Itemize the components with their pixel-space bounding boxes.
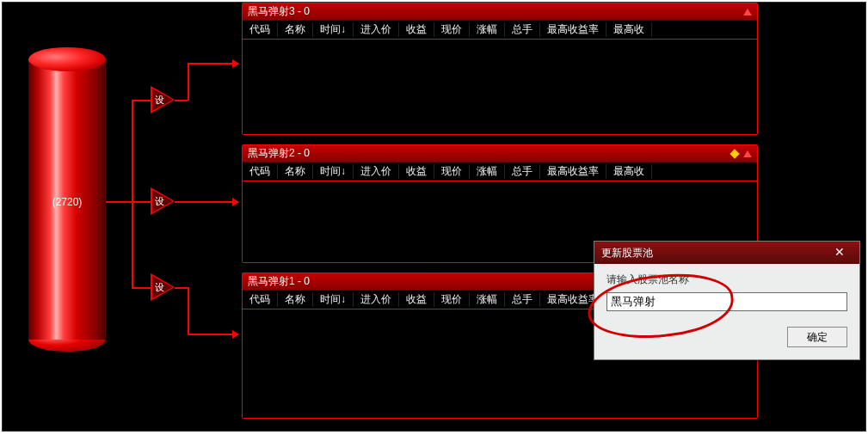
dialog-title-bar[interactable]: 更新股票池 ✕ xyxy=(594,242,859,264)
col[interactable]: 收益 xyxy=(399,22,434,37)
up-arrow-icon[interactable] xyxy=(743,9,752,15)
col[interactable]: 总手 xyxy=(505,292,540,307)
col[interactable]: 进入价 xyxy=(354,22,399,37)
update-pool-dialog: 更新股票池 ✕ 请输入股票池名称 确定 xyxy=(594,241,860,360)
pool-count-label: (2720) xyxy=(28,196,106,208)
up-arrow-icon[interactable] xyxy=(743,150,752,157)
col[interactable]: 涨幅 xyxy=(470,292,505,307)
pool-cylinder-top xyxy=(28,47,106,71)
wire xyxy=(188,63,232,64)
col[interactable]: 最高收益率 xyxy=(540,164,606,179)
col[interactable]: 现价 xyxy=(434,164,470,179)
wire xyxy=(132,100,151,101)
col[interactable]: 时间↓ xyxy=(313,164,354,179)
wire xyxy=(175,100,188,101)
col[interactable]: 收益 xyxy=(399,164,434,179)
dialog-title: 更新股票池 xyxy=(601,246,653,260)
col[interactable]: 收益 xyxy=(399,292,434,307)
arrow-icon xyxy=(232,198,239,206)
pool-name-input[interactable] xyxy=(606,292,847,311)
col[interactable]: 时间↓ xyxy=(313,22,354,37)
col[interactable]: 现价 xyxy=(434,292,470,307)
arrow-icon xyxy=(232,59,239,68)
wire xyxy=(132,100,133,289)
wire xyxy=(175,287,188,289)
col[interactable]: 涨幅 xyxy=(470,22,505,37)
panel-1-title: 黑马弹射3 - 0 xyxy=(248,4,310,19)
col[interactable]: 代码 xyxy=(243,292,278,307)
col[interactable]: 总手 xyxy=(505,164,540,179)
col[interactable]: 代码 xyxy=(243,164,278,179)
panel-2-columns[interactable]: 代码 名称 时间↓ 进入价 收益 现价 涨幅 总手 最高收益率 最高收 xyxy=(243,162,757,181)
dialog-prompt: 请输入股票池名称 xyxy=(606,273,847,287)
ok-button[interactable]: 确定 xyxy=(787,327,847,347)
col[interactable]: 最高收 xyxy=(606,164,652,179)
result-panel-1[interactable]: 黑马弹射3 - 0 代码 名称 时间↓ 进入价 收益 现价 涨幅 总手 最高收益… xyxy=(242,3,758,135)
panel-1-columns[interactable]: 代码 名称 时间↓ 进入价 收益 现价 涨幅 总手 最高收益率 最高收 xyxy=(243,21,757,40)
wire xyxy=(175,201,232,203)
diamond-icon[interactable] xyxy=(729,149,739,158)
wire xyxy=(132,201,151,203)
arrow-icon xyxy=(232,330,239,339)
col[interactable]: 现价 xyxy=(434,22,470,37)
col[interactable]: 名称 xyxy=(278,164,313,179)
col[interactable]: 总手 xyxy=(505,22,540,37)
wire xyxy=(188,334,232,335)
filter-node-2-label: 设 xyxy=(155,195,164,208)
col[interactable]: 最高收益率 xyxy=(540,22,606,37)
panel-2-title: 黑马弹射2 - 0 xyxy=(248,146,310,161)
panel-1-body[interactable] xyxy=(243,40,757,134)
wire xyxy=(106,201,132,203)
col[interactable]: 涨幅 xyxy=(470,164,505,179)
canvas: (2720) 设 设 设 黑马弹射3 - 0 代码 名称 时间↓ 进入价 xyxy=(2,2,866,432)
col[interactable]: 名称 xyxy=(278,292,313,307)
panel-3-title: 黑马弹射1 - 0 xyxy=(248,274,310,289)
col[interactable]: 进入价 xyxy=(354,292,399,307)
col[interactable]: 名称 xyxy=(278,22,313,37)
col[interactable]: 进入价 xyxy=(354,164,399,179)
wire xyxy=(188,287,189,334)
wire xyxy=(132,287,151,289)
col[interactable]: 代码 xyxy=(243,22,278,37)
col[interactable]: 时间↓ xyxy=(313,292,354,307)
wire xyxy=(188,63,189,101)
col[interactable]: 最高收 xyxy=(606,22,652,37)
filter-node-1-label: 设 xyxy=(155,94,164,107)
filter-node-3-label: 设 xyxy=(155,281,164,294)
close-icon[interactable]: ✕ xyxy=(827,244,853,261)
